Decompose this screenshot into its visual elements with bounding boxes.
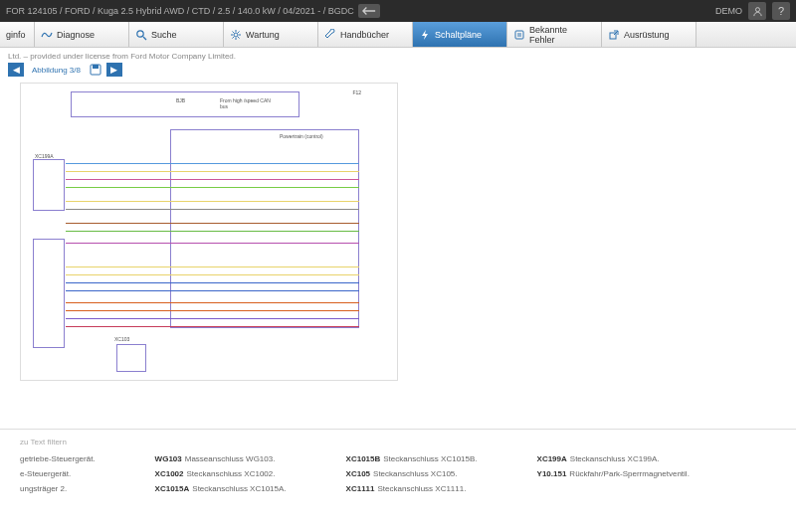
legend-section: zu Text filtern getriebe-Steuergerät. e-… <box>0 429 796 501</box>
legend-grid: getriebe-Steuergerät. e-Steuergerät. ung… <box>20 454 776 493</box>
svg-line-2 <box>143 37 146 40</box>
breadcrumb-text: FOR 124105 / FORD / Kuga 2.5 Hybrid AWD … <box>6 6 354 16</box>
breadcrumb-back-button[interactable] <box>358 4 380 18</box>
legend-item: ungsträger 2. <box>20 484 96 493</box>
wire <box>66 171 359 172</box>
legend-col: XC199ASteckanschluss XC199A. Y10.151Rück… <box>537 454 690 493</box>
save-icon <box>90 64 101 76</box>
tab-label: Wartung <box>246 30 280 40</box>
wire <box>66 243 359 244</box>
wire <box>66 318 359 319</box>
wire <box>66 326 359 327</box>
legend-col: WG103Masseanschluss WG103. XC1002Steckan… <box>155 454 287 493</box>
wire <box>66 282 359 283</box>
bottom-connector <box>116 344 146 372</box>
tab-wartung[interactable]: Wartung <box>224 22 318 47</box>
tcm-box <box>33 239 65 348</box>
legend-item: XC1015BSteckanschluss XC1015B. <box>346 454 478 463</box>
wire <box>66 302 359 303</box>
legend-item: e-Steuergerät. <box>20 469 96 478</box>
external-icon <box>608 29 620 41</box>
wiring-diagram[interactable]: BJB F12 From high /speed CAN bus Powertr… <box>20 83 398 381</box>
wire <box>66 187 359 188</box>
pager-prev-button[interactable]: ◀ <box>8 63 24 77</box>
legend-item: WG103Masseanschluss WG103. <box>155 454 287 463</box>
wire <box>66 163 359 164</box>
pager-next-button[interactable]: ▶ <box>106 63 122 77</box>
demo-label: DEMO <box>715 6 742 16</box>
f12-label: F12 <box>352 89 361 95</box>
tab-bekannte-fehler[interactable]: Bekannte Fehler <box>507 22 602 47</box>
svg-rect-9 <box>93 65 99 69</box>
wire <box>66 274 359 275</box>
legend-item: XC1111Steckanschluss XC1111. <box>346 484 478 493</box>
tab-label: Schaltpläne <box>435 30 482 40</box>
wire <box>66 310 359 311</box>
legend-item: XC1002Steckanschluss XC1002. <box>155 469 287 478</box>
back-arrow-icon <box>362 6 376 16</box>
xc103-label: XC103 <box>114 336 129 342</box>
svg-rect-4 <box>515 31 523 39</box>
legend-item: XC199ASteckanschluss XC199A. <box>537 454 690 463</box>
gear-icon <box>230 29 242 41</box>
user-icon <box>752 6 763 17</box>
legend-item: Y10.151Rückfahr/Park-Sperrmagnetventil. <box>537 469 690 478</box>
bjb-label: BJB <box>176 97 185 103</box>
legend-item: getriebe-Steuergerät. <box>20 454 96 463</box>
top-right-controls: DEMO ? <box>715 2 790 20</box>
signal-label: From high /speed CAN bus <box>220 97 280 109</box>
svg-point-1 <box>137 30 143 36</box>
bolt-icon <box>419 29 431 41</box>
tab-ausruestung[interactable]: Ausrüstung <box>602 22 696 47</box>
filter-input[interactable]: zu Text filtern <box>20 438 776 446</box>
legend-col: XC1015BSteckanschluss XC1015B. XC105Stec… <box>346 454 478 493</box>
left-connector-box <box>33 159 65 211</box>
wire <box>66 223 359 224</box>
save-image-button[interactable] <box>89 64 102 76</box>
tab-suche[interactable]: Suche <box>129 22 224 47</box>
diagnose-icon <box>41 29 53 41</box>
wire <box>66 201 359 202</box>
search-icon <box>135 29 147 41</box>
user-button[interactable] <box>748 2 766 20</box>
tab-label: Diagnose <box>57 30 95 40</box>
pager-label: Abbildung 3/8 <box>28 66 85 75</box>
wire <box>66 231 359 232</box>
tab-label: ginfo <box>6 30 26 40</box>
wire <box>66 290 359 291</box>
diagram-area: BJB F12 From high /speed CAN bus Powertr… <box>0 79 796 389</box>
svg-point-3 <box>234 33 238 37</box>
tab-label: Ausrüstung <box>624 30 670 40</box>
vehicle-breadcrumb: FOR 124105 / FORD / Kuga 2.5 Hybrid AWD … <box>6 4 380 18</box>
image-pager: ◀ Abbildung 3/8 ▶ <box>0 61 796 79</box>
main-tabs: ginfo Diagnose Suche Wartung Handbücher … <box>0 22 796 48</box>
wrench-icon <box>324 29 336 41</box>
tab-handbuecher[interactable]: Handbücher <box>318 22 413 47</box>
svg-point-0 <box>755 7 759 11</box>
tab-schaltplaene[interactable]: Schaltpläne <box>413 22 507 47</box>
tab-diagnose[interactable]: Diagnose <box>35 22 129 47</box>
pcm-title: Powertrain (control) <box>280 133 339 139</box>
top-bar: FOR 124105 / FORD / Kuga 2.5 Hybrid AWD … <box>0 0 796 22</box>
legend-col: getriebe-Steuergerät. e-Steuergerät. ung… <box>20 454 96 493</box>
legend-item: XC105Steckanschluss XC105. <box>346 469 478 478</box>
legend-item: XC1015ASteckanschluss XC1015A. <box>155 484 287 493</box>
license-text: Ltd. – provided under license from Ford … <box>0 48 796 61</box>
wire <box>66 209 359 210</box>
help-button[interactable]: ? <box>772 2 790 20</box>
tab-label: Suche <box>151 30 177 40</box>
tab-info[interactable]: ginfo <box>0 22 35 47</box>
wire <box>66 179 359 180</box>
wire <box>66 266 359 267</box>
pcm-box <box>170 129 359 328</box>
tab-label: Bekannte Fehler <box>529 25 595 45</box>
xc199a-label: XC199A <box>35 153 54 159</box>
book-icon <box>513 29 525 41</box>
tab-label: Handbücher <box>340 30 389 40</box>
